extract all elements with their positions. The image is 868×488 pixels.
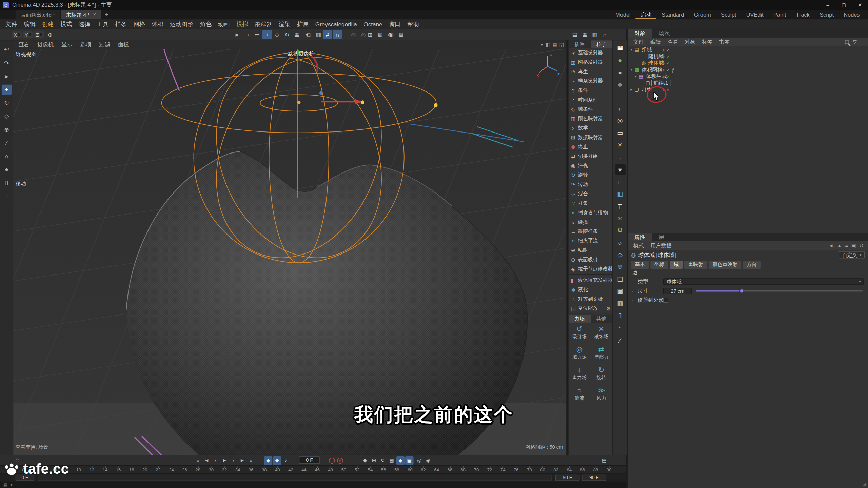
expander-icon[interactable]: ▾ — [629, 67, 634, 72]
particle-modifier-item[interactable]: Σ 数学 — [569, 123, 612, 133]
rotate-icon[interactable]: ↻ — [2, 98, 12, 108]
axis-lock-icon[interactable]: ⊕ — [2, 124, 12, 134]
ruler-frame-label[interactable]: 78 — [527, 466, 532, 473]
ruler-frame-label[interactable]: 18 — [129, 466, 134, 473]
pen-icon[interactable]: ∕ — [2, 138, 12, 148]
torus-icon[interactable]: ◎ — [615, 116, 625, 126]
recent-tool-icon[interactable]: ▦ — [292, 30, 302, 39]
ruler-frame-label[interactable]: 66 — [447, 466, 452, 473]
quantize-icon[interactable]: # — [323, 30, 332, 39]
object-tree-row[interactable]: ▢ 群组.1 ● — [628, 80, 868, 86]
stage-icon[interactable]: ▣ — [615, 286, 625, 297]
particle-modifier-item[interactable]: ⊕ 粘附 — [569, 246, 612, 255]
attribute-panel-tab[interactable]: 层 — [652, 233, 671, 241]
gear-icon[interactable]: ⚙ — [615, 225, 625, 236]
viewport-canvas[interactable]: 透视视图 默认摄像机 移动 查看变换: 场景 网格间距 : 50 cm Y X … — [13, 49, 566, 455]
refresh-icon[interactable]: ↺ — [860, 243, 864, 248]
ruler-frame-label[interactable]: 68 — [461, 466, 466, 473]
attribute-tab-button[interactable]: 基本 — [631, 260, 649, 268]
text-icon[interactable]: T — [615, 201, 625, 211]
camera-name-label[interactable]: 默认摄像机 — [257, 50, 346, 58]
ruler-frame-label[interactable]: 70 — [474, 466, 479, 473]
menu-item[interactable]: 跟踪器 — [251, 20, 275, 28]
menu-item[interactable]: 编辑 — [20, 20, 39, 28]
move-tool-icon[interactable]: + — [262, 30, 272, 39]
vp-menu-filter[interactable]: 过滤 — [95, 41, 114, 48]
world-coords-icon[interactable]: ⊕ — [45, 30, 55, 39]
document-tab[interactable]: 表面露出.c4d * — [16, 10, 60, 19]
sun-icon[interactable]: * — [615, 323, 625, 333]
object-manager-tab[interactable]: 场次 — [652, 29, 676, 38]
rotate-tool-icon[interactable]: ↻ — [282, 30, 292, 39]
goto-start-icon[interactable]: « — [194, 456, 202, 464]
status-dropdown-icon[interactable]: ▾ — [10, 482, 13, 487]
vp-menu-view[interactable]: 查看 — [14, 41, 33, 48]
force-field-item[interactable]: ≫ 风力 — [590, 386, 612, 405]
live-select-icon[interactable]: ○ — [242, 30, 252, 39]
palette-cols-icon[interactable]: ▥ — [590, 30, 599, 39]
palette-list-icon[interactable]: ▤ — [570, 30, 580, 39]
layout-tab[interactable]: Paint — [768, 10, 791, 19]
particle-modifier-item[interactable]: ↻ 旋转 — [569, 170, 612, 180]
menu-item[interactable]: 工具 — [94, 20, 112, 28]
volume-sphere-icon[interactable]: ◐ — [615, 103, 625, 114]
spline-icon[interactable]: ~ — [615, 152, 625, 163]
object-name[interactable]: 群组 — [640, 86, 654, 93]
next-key-icon[interactable]: ► — [238, 456, 246, 464]
globe-icon[interactable]: ⊕ — [615, 262, 625, 272]
ruler-frame-label[interactable]: 24 — [169, 466, 174, 473]
maximize-view-icon[interactable]: ◱ — [559, 42, 564, 47]
ruler-frame-label[interactable]: 28 — [195, 466, 200, 473]
force-field-item[interactable]: ✕ 破坏场 — [590, 325, 612, 344]
enabled-check-icon[interactable]: ✓ — [666, 61, 670, 66]
field-handle[interactable] — [434, 103, 437, 107]
maximize-button[interactable]: ▢ — [836, 0, 852, 10]
key-scale-icon[interactable]: ⊞ — [370, 456, 378, 464]
tab-close-icon[interactable]: × — [93, 10, 96, 19]
list-icon[interactable]: ≡ — [845, 243, 848, 248]
om-menu-object[interactable]: 对象 — [682, 38, 699, 45]
ruler-frame-label[interactable]: 10 — [76, 466, 81, 473]
ruler-frame-label[interactable]: 88 — [593, 466, 598, 473]
sound-icon[interactable]: ♪ — [282, 456, 290, 464]
particle-modifier-item[interactable]: ∵ 群集 — [569, 199, 612, 208]
menu-item[interactable]: 文件 — [2, 20, 21, 28]
attribute-panel-tab[interactable]: 属性 — [628, 233, 652, 241]
particle-modifier-item[interactable]: ∞ 混合 — [569, 189, 612, 199]
play-icon[interactable]: ► — [220, 456, 229, 464]
current-frame-field[interactable]: 0 F — [299, 456, 320, 464]
particle-panel-tab[interactable]: 粒子 — [590, 40, 612, 48]
move-icon[interactable]: + — [2, 85, 12, 95]
ruler-frame-label[interactable]: 12 — [90, 466, 95, 473]
menu-item[interactable]: 运动图形 — [166, 20, 196, 28]
visibility-dot-icon[interactable]: ● — [662, 54, 665, 59]
ruler-frame-label[interactable]: 32 — [222, 466, 227, 473]
particle-modifier-item[interactable]: ◔ 时间条件 — [569, 95, 612, 105]
type-dropdown[interactable]: 球体域 ▾ — [663, 278, 864, 285]
object-tree-row[interactable]: ▾ ▤ 组域 ● ✓ — [628, 46, 868, 53]
minimize-button[interactable]: – — [820, 0, 836, 10]
axis-mode-icon[interactable]: ⊞ — [366, 30, 375, 39]
ruler-frame-label[interactable]: 38 — [262, 466, 267, 473]
menu-item[interactable]: Greyscalegorilla — [312, 21, 360, 27]
document-tab-active[interactable]: 未标题 4 * × — [61, 10, 101, 19]
ruler-frame-label[interactable]: 74 — [500, 466, 506, 473]
menu-item[interactable]: 渲染 — [275, 20, 294, 28]
camera-alt-icon[interactable]: ▯ — [615, 310, 625, 321]
particle-command-item[interactable]: ◆ 液化 — [569, 285, 612, 294]
particle-modifier-item[interactable]: ⊗ 终止 — [569, 142, 612, 152]
force-panel-tab[interactable]: 力场 — [569, 315, 590, 323]
particle-modifier-item[interactable]: ↷ 转动 — [569, 180, 612, 189]
particle-modifier-item[interactable]: ⊙ 表面吸引 — [569, 255, 612, 265]
close-button[interactable]: ✕ — [852, 0, 868, 10]
magnet-icon[interactable]: ∩ — [600, 30, 610, 39]
force-field-item[interactable]: ◎ 域力场 — [569, 345, 590, 364]
square-spline-icon[interactable]: □ — [615, 177, 625, 187]
particle-modifier-item[interactable]: ◒ 碰撞 — [569, 218, 612, 227]
ruler-frame-label[interactable]: 48 — [328, 466, 333, 473]
playback-rate-icon[interactable]: ◎ — [415, 456, 423, 464]
particle-modifier-item[interactable]: » 捕食者与猎物 — [569, 208, 612, 218]
plane-icon[interactable]: ▭ — [615, 128, 625, 138]
ruler-frame-label[interactable]: 76 — [514, 466, 519, 473]
particle-modifier-item[interactable]: → 跟随样条 — [569, 227, 612, 236]
